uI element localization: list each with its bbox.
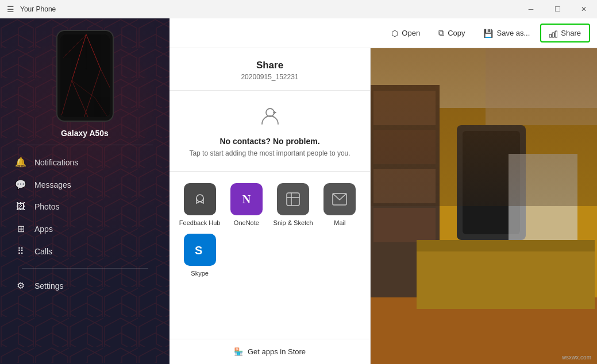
apps-label: Apps <box>34 224 53 234</box>
mail-icon <box>323 183 356 215</box>
open-button[interactable]: ⬡ Open <box>383 25 428 41</box>
save-icon: 💾 <box>483 29 493 38</box>
notifications-label: Notifications <box>34 158 78 167</box>
copy-button[interactable]: ⧉ Copy <box>430 25 473 41</box>
share-panel: Share 20200915_152231 No contacts? No pr… <box>170 48 371 364</box>
feedback-hub-icon <box>184 183 216 215</box>
close-button[interactable]: ✕ <box>571 0 597 18</box>
svg-rect-45 <box>486 48 597 125</box>
phone-image <box>56 30 114 122</box>
svg-rect-15 <box>549 34 552 37</box>
mail-svg <box>332 193 347 206</box>
snip-sketch-icon <box>277 183 309 215</box>
copy-icon: ⧉ <box>438 28 444 38</box>
get-apps-bar[interactable]: 🏪 Get apps in Store <box>170 339 370 364</box>
svg-text:S: S <box>195 244 202 257</box>
svg-rect-42 <box>417 240 595 251</box>
messages-label: Messages <box>34 180 71 189</box>
save-as-label: Save as... <box>496 29 530 37</box>
calls-label: Calls <box>34 247 52 256</box>
title-bar: ☰ Your Phone ─ ☐ ✕ <box>0 0 597 18</box>
svg-line-24 <box>200 202 203 203</box>
skype-icon: S <box>184 234 216 266</box>
minimize-button[interactable]: ─ <box>518 0 544 18</box>
app-item-mail[interactable]: Mail <box>319 183 361 227</box>
svg-rect-17 <box>555 31 557 37</box>
app-item-skype[interactable]: S Skype <box>179 234 221 277</box>
store-icon: 🏪 <box>234 347 243 356</box>
get-apps-label: Get apps in Store <box>248 347 306 356</box>
calls-icon: ⠿ <box>15 246 26 257</box>
toolbar: ⬡ Open ⧉ Copy 💾 Save as... Sha <box>170 18 597 48</box>
no-contacts-section[interactable]: No contacts? No problem. Tap to start ad… <box>170 91 370 172</box>
apps-section: Feedback Hub N OneNote <box>170 172 370 339</box>
open-label: Open <box>402 29 420 37</box>
maximize-button[interactable]: ☐ <box>544 0 571 18</box>
settings-label: Settings <box>34 281 64 291</box>
onenote-icon: N <box>230 183 263 215</box>
onenote-label: OneNote <box>234 219 259 227</box>
app-title: Your Phone <box>20 5 56 13</box>
svg-point-21 <box>197 195 203 202</box>
svg-rect-43 <box>417 251 595 309</box>
save-as-button[interactable]: 💾 Save as... <box>475 25 538 41</box>
sidebar-item-calls[interactable]: ⠿ Calls <box>6 240 164 262</box>
share-label: Share <box>561 29 581 37</box>
photo-placeholder <box>371 48 597 364</box>
svg-rect-36 <box>373 91 436 125</box>
mail-label: Mail <box>334 219 345 227</box>
sidebar-bottom-divider <box>22 268 148 269</box>
onenote-letter: N <box>242 193 251 206</box>
sidebar: Galaxy A50s 🔔 Notifications 💬 Messages 🖼… <box>0 18 170 364</box>
svg-rect-16 <box>552 33 554 37</box>
share-button[interactable]: Share <box>540 24 590 42</box>
share-panel-subtitle: 20200915_152231 <box>179 73 361 81</box>
app-item-onenote[interactable]: N OneNote <box>225 183 267 227</box>
apps-grid: Feedback Hub N OneNote <box>179 183 361 278</box>
nav-items: 🔔 Notifications 💬 Messages 🖼 Photos ⊞ Ap… <box>0 151 170 262</box>
app-item-feedback-hub[interactable]: Feedback Hub <box>179 183 221 227</box>
sidebar-item-photos[interactable]: 🖼 Photos <box>6 196 164 218</box>
window-controls: ─ ☐ ✕ <box>518 0 597 18</box>
content-area: ⬡ Open ⧉ Copy 💾 Save as... Sha <box>170 18 597 364</box>
phone-screen-graphic <box>60 34 110 117</box>
svg-line-23 <box>197 202 200 203</box>
room-photo-svg <box>371 48 597 364</box>
sidebar-item-apps[interactable]: ⊞ Apps <box>6 218 164 240</box>
skype-svg: S <box>192 242 208 258</box>
open-icon: ⬡ <box>391 29 398 38</box>
svg-rect-38 <box>373 169 436 203</box>
share-icon <box>549 28 557 37</box>
title-bar-left: ☰ Your Phone <box>7 5 56 14</box>
hamburger-icon[interactable]: ☰ <box>7 5 14 14</box>
app-item-snip-sketch[interactable]: Snip & Sketch <box>272 183 314 227</box>
chat-icon: 💬 <box>15 179 26 190</box>
sidebar-top-divider <box>17 145 153 145</box>
sidebar-item-settings[interactable]: ⚙ Settings <box>6 274 164 297</box>
skype-label: Skype <box>191 269 209 277</box>
apps-icon: ⊞ <box>15 223 26 234</box>
svg-rect-26 <box>287 193 299 206</box>
bell-icon: 🔔 <box>15 157 26 168</box>
svg-rect-37 <box>373 130 436 164</box>
svg-rect-5 <box>60 34 110 117</box>
svg-rect-44 <box>509 154 577 240</box>
share-svg <box>549 30 557 38</box>
share-panel-title: Share <box>179 60 361 71</box>
settings-icon: ⚙ <box>15 280 26 291</box>
device-name: Galaxy A50s <box>61 129 109 138</box>
svg-point-18 <box>266 109 274 117</box>
feedback-hub-label: Feedback Hub <box>179 219 221 227</box>
no-contacts-desc: Tap to start adding the most important p… <box>179 149 361 157</box>
sidebar-bottom: ⚙ Settings <box>0 262 170 300</box>
contacts-icon <box>179 104 361 131</box>
phone-screen <box>60 34 110 117</box>
contacts-svg <box>259 104 281 126</box>
sidebar-item-notifications[interactable]: 🔔 Notifications <box>6 151 164 173</box>
snip-sketch-svg <box>286 192 301 207</box>
watermark: wsxwx.com <box>562 354 591 361</box>
sidebar-item-messages[interactable]: 💬 Messages <box>6 173 164 196</box>
share-header: Share 20200915_152231 <box>170 48 370 91</box>
snip-sketch-label: Snip & Sketch <box>274 219 313 227</box>
photo-share-area: Share 20200915_152231 No contacts? No pr… <box>170 48 597 364</box>
